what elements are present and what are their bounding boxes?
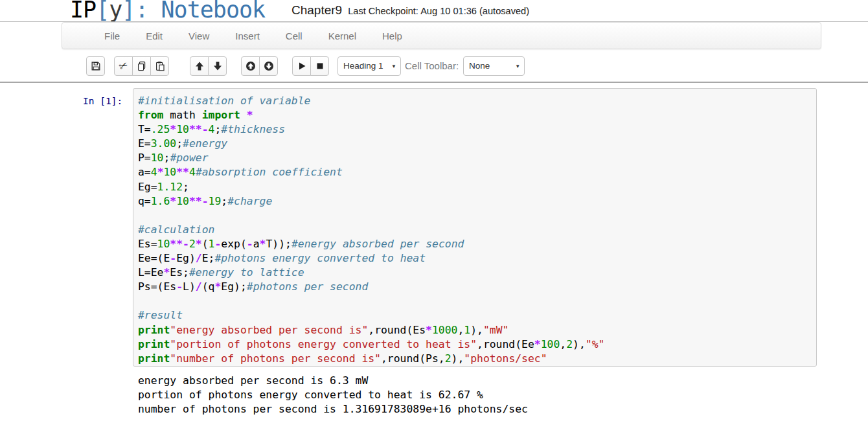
- ipython-logo[interactable]: IP[y]: Notebook: [70, 0, 265, 23]
- code-line[interactable]: P=10;#power: [138, 151, 604, 165]
- code-line[interactable]: E=3.00;#energy: [138, 137, 604, 151]
- paste-icon: [155, 61, 165, 71]
- circle-arrow-up-icon: [246, 61, 256, 71]
- logo-part: IP: [70, 0, 96, 23]
- toolbar: ✂: [86, 56, 525, 76]
- code-line[interactable]: print"number of photons per second is",r…: [138, 352, 604, 366]
- save-button[interactable]: [86, 56, 105, 76]
- menu-edit[interactable]: Edit: [133, 30, 176, 41]
- menu-help[interactable]: Help: [369, 30, 415, 41]
- checkpoint-status: Last Checkpoint: Aug 10 01:36 (autosaved…: [348, 6, 529, 16]
- code-line[interactable]: q=1.6*10**-19;#charge: [138, 194, 604, 209]
- circle-arrow-up-button[interactable]: [241, 56, 260, 76]
- menubar: FileEditViewInsertCellKernelHelp: [62, 22, 821, 49]
- title-area: Chapter9 Last Checkpoint: Aug 10 01:36 (…: [291, 3, 529, 17]
- code-line[interactable]: Ee=(E-Eg)/E;#photons energy converted to…: [138, 251, 604, 266]
- menu-insert[interactable]: Insert: [222, 30, 273, 41]
- cell-toolbar-select[interactable]: None ▼: [463, 56, 525, 76]
- paste-button[interactable]: [150, 56, 169, 76]
- code-line[interactable]: Es=10**-2*(1-exp(-a*T));#energy absorbed…: [138, 237, 604, 251]
- logo-part: [: [96, 0, 109, 23]
- interrupt-kernel-button[interactable]: [310, 56, 329, 76]
- play-icon: [297, 61, 307, 71]
- floppy-icon: [91, 61, 101, 71]
- code-line[interactable]: Eg=1.12;: [138, 180, 604, 194]
- code-line[interactable]: L=Ee*Es;#energy to lattice: [138, 266, 604, 280]
- menu-kernel[interactable]: Kernel: [315, 30, 369, 41]
- move-cell-down-button[interactable]: [208, 56, 227, 76]
- output-area: energy absorbed per second is 6.3 mWport…: [138, 374, 528, 416]
- cell-type-value: Heading 1: [343, 61, 383, 71]
- code-area[interactable]: #initialisation of variablefrom math imp…: [138, 94, 604, 366]
- output-line: portion of photons energy converted to h…: [138, 388, 528, 402]
- copy-icon: [137, 61, 147, 71]
- cell-type-select[interactable]: Heading 1 ▼: [337, 56, 401, 76]
- output-line: number of photons per second is 1.316917…: [138, 402, 528, 416]
- code-line[interactable]: Ps=(Es-L)/(q*Eg);#photons per second: [138, 280, 604, 294]
- logo-part: y: [109, 0, 122, 23]
- code-line[interactable]: print"portion of photons energy converte…: [138, 337, 604, 352]
- menu-view[interactable]: View: [176, 30, 222, 41]
- cut-button[interactable]: ✂: [114, 56, 133, 76]
- code-line[interactable]: #initialisation of variable: [138, 94, 604, 108]
- code-line[interactable]: #calculation: [138, 223, 604, 237]
- circle-arrow-down-button[interactable]: [259, 56, 278, 76]
- menu-file[interactable]: File: [91, 30, 133, 41]
- cell-toolbar-label: Cell Toolbar:: [405, 60, 463, 71]
- circle-arrow-down-icon: [264, 61, 274, 71]
- chevron-down-icon: ▼: [515, 63, 520, 69]
- scissors-icon: ✂: [117, 59, 130, 72]
- code-line[interactable]: from math import *: [138, 108, 604, 122]
- move-cell-up-button[interactable]: [190, 56, 209, 76]
- menu-cell[interactable]: Cell: [273, 30, 315, 41]
- menu: FileEditViewInsertCellKernelHelp: [62, 23, 821, 49]
- arrow-up-icon: [194, 61, 205, 71]
- code-line[interactable]: [138, 294, 604, 308]
- code-line[interactable]: #result: [138, 308, 604, 323]
- copy-button[interactable]: [132, 56, 151, 76]
- code-line[interactable]: print"energy absorbed per second is",rou…: [138, 323, 604, 337]
- output-line: energy absorbed per second is 6.3 mW: [138, 374, 528, 388]
- logo-part: Notebook: [148, 0, 265, 23]
- run-cell-button[interactable]: [292, 56, 311, 76]
- code-line[interactable]: T=.25*10**-4;#thickness: [138, 122, 604, 137]
- header-divider-bottom: [0, 82, 868, 83]
- logo-part: ]:: [122, 0, 148, 23]
- notebook-title[interactable]: Chapter9: [291, 3, 342, 17]
- chevron-down-icon: ▼: [391, 63, 396, 69]
- cell-toolbar-value: None: [469, 61, 490, 71]
- notebook-app: IP[y]: Notebook Chapter9 Last Checkpoint…: [0, 0, 868, 421]
- code-line[interactable]: a=4*10**4#absorption coefficient: [138, 165, 604, 179]
- stop-icon: [315, 61, 325, 71]
- input-prompt: In [1]:: [83, 94, 122, 108]
- arrow-down-icon: [212, 61, 223, 71]
- code-line[interactable]: [138, 209, 604, 223]
